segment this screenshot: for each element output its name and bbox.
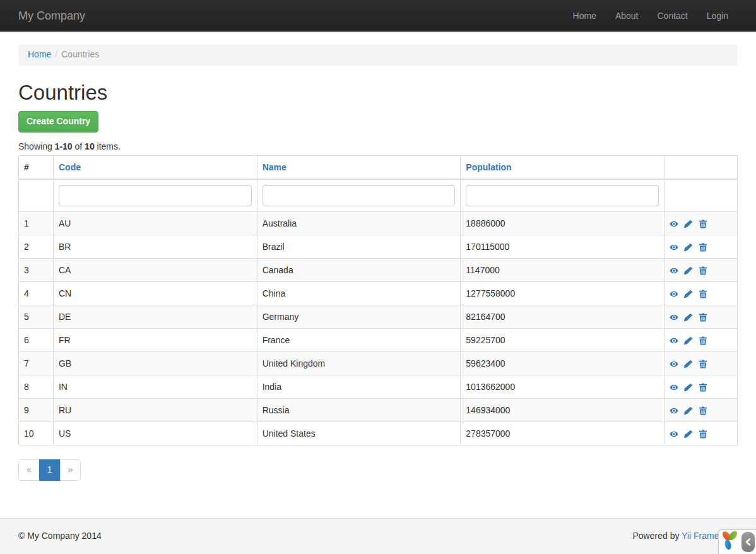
- cell-population: 1147000: [461, 258, 664, 281]
- view-icon[interactable]: [670, 290, 678, 298]
- cell-name: United States: [257, 421, 461, 445]
- nav-item-contact[interactable]: Contact: [647, 0, 697, 32]
- view-icon[interactable]: [670, 383, 678, 392]
- trash-icon[interactable]: [699, 383, 707, 392]
- sort-link-name[interactable]: Name: [263, 162, 286, 172]
- pencil-icon[interactable]: [684, 336, 693, 345]
- main-content: Home/Countries Countries Create Country …: [9, 44, 747, 495]
- trash-icon[interactable]: [699, 243, 707, 252]
- cell-actions: [664, 328, 738, 351]
- sort-link-population[interactable]: Population: [466, 162, 511, 172]
- cell-serial: 8: [19, 375, 54, 398]
- cell-code: US: [53, 421, 257, 445]
- chevron-left-icon: [745, 538, 751, 546]
- column-header-code: Code: [53, 155, 257, 179]
- cell-name: France: [257, 328, 461, 351]
- breadcrumb-home-link[interactable]: Home: [28, 49, 51, 59]
- countries-table: # Code Name Population 1 AU Australia 18…: [18, 155, 738, 445]
- cell-name: Australia: [257, 211, 461, 235]
- cell-code: FR: [53, 328, 257, 351]
- cell-population: 59225700: [461, 328, 664, 351]
- table-row: 4 CN China 1277558000: [19, 281, 738, 305]
- cell-serial: 1: [19, 211, 54, 235]
- view-icon[interactable]: [670, 220, 678, 228]
- trash-icon[interactable]: [699, 313, 707, 322]
- table-row: 3 CA Canada 1147000: [19, 258, 738, 281]
- cell-name: United Kingdom: [257, 351, 461, 375]
- pencil-icon[interactable]: [684, 220, 693, 228]
- pagination-page-1[interactable]: 1: [39, 459, 61, 481]
- sort-link-code[interactable]: Code: [59, 162, 81, 172]
- trash-icon[interactable]: [699, 266, 707, 275]
- view-icon[interactable]: [670, 266, 678, 275]
- pagination-next[interactable]: »: [60, 459, 81, 481]
- cell-serial: 4: [19, 281, 54, 305]
- table-row: 10 US United States 278357000: [19, 421, 738, 445]
- cell-code: AU: [53, 211, 257, 235]
- trash-icon[interactable]: [699, 406, 707, 415]
- pagination-prev[interactable]: «: [18, 459, 40, 481]
- cell-code: RU: [53, 398, 257, 421]
- trash-icon[interactable]: [699, 336, 707, 345]
- pencil-icon[interactable]: [684, 430, 693, 439]
- population-filter-input[interactable]: [466, 185, 659, 206]
- table-row: 2 BR Brazil 170115000: [19, 235, 738, 258]
- view-icon[interactable]: [670, 360, 678, 368]
- view-icon[interactable]: [670, 430, 678, 439]
- cell-serial: 2: [19, 235, 54, 258]
- column-header-population: Population: [461, 155, 664, 179]
- pencil-icon[interactable]: [684, 406, 693, 415]
- pencil-icon[interactable]: [684, 383, 693, 392]
- pencil-icon[interactable]: [684, 360, 693, 368]
- column-header-name: Name: [257, 155, 461, 179]
- summary-range: 1-10: [55, 141, 73, 151]
- pencil-icon[interactable]: [684, 313, 693, 322]
- table-row: 8 IN India 1013662000: [19, 375, 738, 398]
- trash-icon[interactable]: [699, 290, 707, 298]
- cell-actions: [664, 351, 738, 375]
- cell-name: Germany: [257, 305, 461, 328]
- column-header-serial: #: [19, 155, 54, 179]
- pencil-icon[interactable]: [684, 266, 693, 275]
- table-body: 1 AU Australia 18886000: [19, 211, 738, 445]
- view-icon[interactable]: [670, 336, 678, 345]
- cell-code: GB: [53, 351, 257, 375]
- main-nav: Home About Contact Login: [564, 0, 738, 32]
- table-row: 1 AU Australia 18886000: [19, 211, 738, 235]
- cell-name: Russia: [257, 398, 461, 421]
- cell-actions: [664, 375, 738, 398]
- pencil-icon[interactable]: [684, 243, 693, 252]
- filter-cell-actions: [664, 179, 738, 212]
- nav-item-login[interactable]: Login: [697, 0, 738, 32]
- code-filter-input[interactable]: [59, 185, 252, 206]
- cell-population: 1277558000: [461, 281, 664, 305]
- table-row: 6 FR France 59225700: [19, 328, 738, 351]
- cell-actions: [664, 211, 738, 235]
- view-icon[interactable]: [670, 243, 678, 252]
- filter-cell-serial: [19, 179, 54, 212]
- breadcrumb: Home/Countries: [18, 44, 738, 66]
- pencil-icon[interactable]: [684, 290, 693, 298]
- cell-code: CN: [53, 281, 257, 305]
- view-icon[interactable]: [670, 313, 678, 322]
- trash-icon[interactable]: [699, 430, 707, 439]
- trash-icon[interactable]: [699, 360, 707, 368]
- nav-item-home[interactable]: Home: [564, 0, 606, 32]
- create-country-button[interactable]: Create Country: [18, 111, 98, 133]
- cell-serial: 5: [19, 305, 54, 328]
- nav-item-about[interactable]: About: [606, 0, 648, 32]
- cell-population: 278357000: [461, 421, 664, 445]
- cell-code: CA: [53, 258, 257, 281]
- table-header-row: # Code Name Population: [19, 155, 738, 179]
- navbar: My Company Home About Contact Login: [0, 0, 756, 32]
- debug-collapse-button[interactable]: [741, 532, 755, 552]
- trash-icon[interactable]: [699, 220, 707, 228]
- brand-link[interactable]: My Company: [18, 0, 95, 32]
- view-icon[interactable]: [670, 406, 678, 415]
- cell-serial: 3: [19, 258, 54, 281]
- cell-actions: [664, 421, 738, 445]
- name-filter-input[interactable]: [263, 185, 456, 206]
- cell-code: IN: [53, 375, 257, 398]
- cell-actions: [664, 281, 738, 305]
- yii-logo-icon: [721, 530, 739, 554]
